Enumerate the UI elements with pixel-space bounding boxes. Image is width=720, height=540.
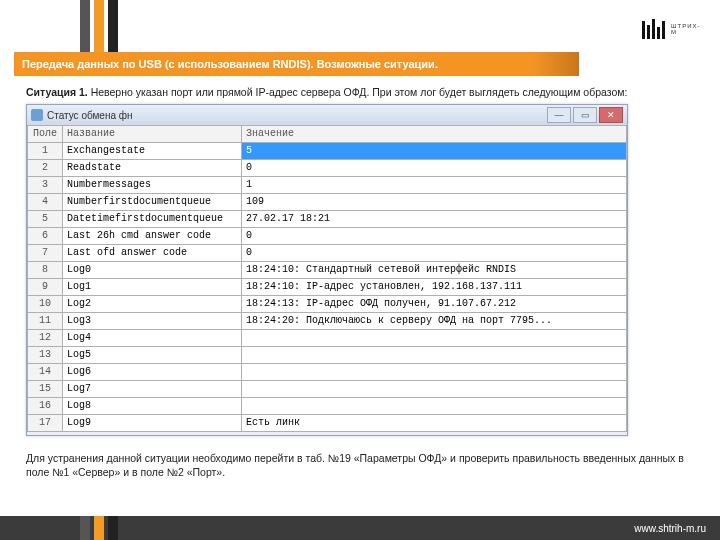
- row-name: Log3: [63, 313, 242, 330]
- table-row[interactable]: 10Log218:24:13: IP-адрес ОФД получен, 91…: [28, 296, 627, 313]
- row-name: Log2: [63, 296, 242, 313]
- row-name: Log1: [63, 279, 242, 296]
- row-name: Log6: [63, 364, 242, 381]
- status-window: Статус обмена фн — ▭ ✕ Поле Название Зна…: [26, 104, 628, 436]
- row-number: 15: [28, 381, 63, 398]
- row-name: Log5: [63, 347, 242, 364]
- table-row[interactable]: 1Exchangestate5: [28, 143, 627, 160]
- row-value: Есть линк: [242, 415, 627, 432]
- row-name: Readstate: [63, 160, 242, 177]
- status-table: Поле Название Значение 1Exchangestate52R…: [27, 125, 627, 432]
- table-row[interactable]: 17Log9Есть линк: [28, 415, 627, 432]
- row-value: 109: [242, 194, 627, 211]
- row-value: 1: [242, 177, 627, 194]
- row-name: Exchangestate: [63, 143, 242, 160]
- table-row[interactable]: 2Readstate0: [28, 160, 627, 177]
- footer-accent-stripes: [80, 516, 122, 540]
- row-number: 10: [28, 296, 63, 313]
- table-row[interactable]: 13Log5: [28, 347, 627, 364]
- maximize-button[interactable]: ▭: [573, 107, 597, 123]
- row-name: Log4: [63, 330, 242, 347]
- row-number: 8: [28, 262, 63, 279]
- row-value: [242, 398, 627, 415]
- row-value: 0: [242, 228, 627, 245]
- brand-name: ШТРИХ-М: [671, 23, 702, 35]
- row-number: 16: [28, 398, 63, 415]
- table-row[interactable]: 9Log118:24:10: IP-адрес установлен, 192.…: [28, 279, 627, 296]
- table-row[interactable]: 8Log018:24:10: Стандартный сетевой интер…: [28, 262, 627, 279]
- close-button[interactable]: ✕: [599, 107, 623, 123]
- row-value: [242, 347, 627, 364]
- row-number: 17: [28, 415, 63, 432]
- slide-title-bar: Передача данных по USB (с использованием…: [14, 52, 579, 76]
- window-icon: [31, 109, 43, 121]
- table-row[interactable]: 6Last 26h cmd answer code0: [28, 228, 627, 245]
- window-controls: — ▭ ✕: [547, 107, 623, 123]
- minimize-button[interactable]: —: [547, 107, 571, 123]
- table-row[interactable]: 7Last ofd answer code0: [28, 245, 627, 262]
- row-name: Log7: [63, 381, 242, 398]
- row-value: 18:24:20: Подключаюсь к серверу ОФД на п…: [242, 313, 627, 330]
- row-name: Last ofd answer code: [63, 245, 242, 262]
- col-value: Значение: [242, 126, 627, 143]
- window-title: Статус обмена фн: [47, 110, 133, 121]
- situation-text: Ситуация 1. Неверно указан порт или прям…: [26, 86, 700, 99]
- slide-title: Передача данных по USB (с использованием…: [14, 58, 438, 70]
- row-value: [242, 381, 627, 398]
- table-row[interactable]: 12Log4: [28, 330, 627, 347]
- table-row[interactable]: 11Log318:24:20: Подключаюсь к серверу ОФ…: [28, 313, 627, 330]
- remedy-text: Для устранения данной ситуации необходим…: [26, 452, 690, 479]
- col-field: Поле: [28, 126, 63, 143]
- table-row[interactable]: 4Numberfirstdocumentqueue109: [28, 194, 627, 211]
- row-number: 14: [28, 364, 63, 381]
- row-value: [242, 364, 627, 381]
- table-row[interactable]: 16Log8: [28, 398, 627, 415]
- row-value: 18:24:10: IP-адрес установлен, 192.168.1…: [242, 279, 627, 296]
- table-row[interactable]: 5Datetimefirstdocumentqueue27.02.17 18:2…: [28, 211, 627, 228]
- row-name: Log8: [63, 398, 242, 415]
- row-value: 27.02.17 18:21: [242, 211, 627, 228]
- row-name: Numberfirstdocumentqueue: [63, 194, 242, 211]
- window-titlebar: Статус обмена фн — ▭ ✕: [27, 105, 627, 125]
- row-number: 4: [28, 194, 63, 211]
- row-number: 9: [28, 279, 63, 296]
- row-value: 18:24:13: IP-адрес ОФД получен, 91.107.6…: [242, 296, 627, 313]
- row-value: 18:24:10: Стандартный сетевой интерфейс …: [242, 262, 627, 279]
- row-number: 2: [28, 160, 63, 177]
- row-value: 0: [242, 245, 627, 262]
- row-number: 6: [28, 228, 63, 245]
- row-number: 3: [28, 177, 63, 194]
- col-name: Название: [63, 126, 242, 143]
- row-number: 5: [28, 211, 63, 228]
- row-name: Log9: [63, 415, 242, 432]
- row-name: Log0: [63, 262, 242, 279]
- row-number: 12: [28, 330, 63, 347]
- row-number: 7: [28, 245, 63, 262]
- row-number: 1: [28, 143, 63, 160]
- row-number: 13: [28, 347, 63, 364]
- row-value: 5: [242, 143, 627, 160]
- footer-url: www.shtrih-m.ru: [634, 523, 706, 534]
- row-number: 11: [28, 313, 63, 330]
- row-name: Numbermessages: [63, 177, 242, 194]
- row-value: 0: [242, 160, 627, 177]
- table-row[interactable]: 15Log7: [28, 381, 627, 398]
- brand-logo: ШТРИХ-М: [642, 14, 702, 44]
- table-row[interactable]: 14Log6: [28, 364, 627, 381]
- row-name: Datetimefirstdocumentqueue: [63, 211, 242, 228]
- row-value: [242, 330, 627, 347]
- table-row[interactable]: 3Numbermessages1: [28, 177, 627, 194]
- row-name: Last 26h cmd answer code: [63, 228, 242, 245]
